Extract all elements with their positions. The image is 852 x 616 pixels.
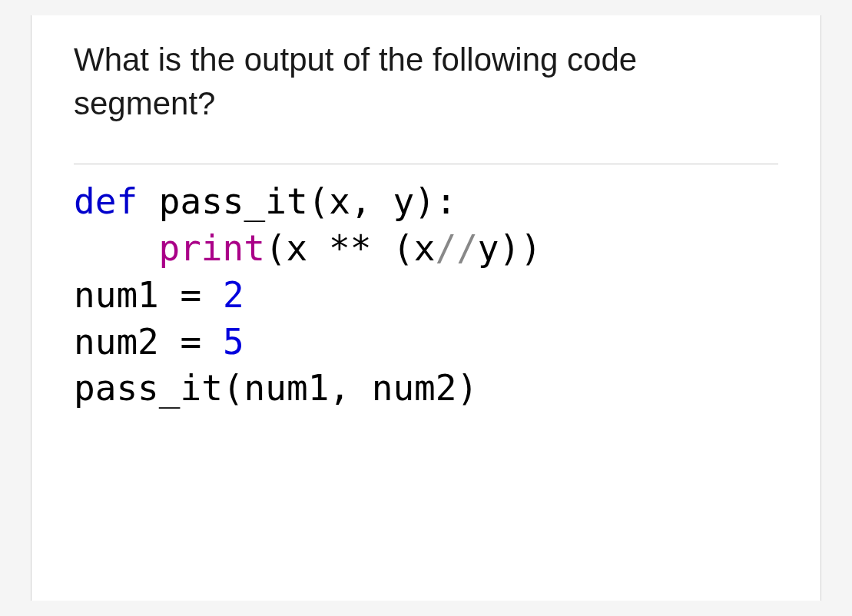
- code-line-2: print(x ** (x//y)): [74, 225, 778, 272]
- code-text: pass_it(x, y):: [138, 180, 456, 222]
- code-line-1: def pass_it(x, y):: [74, 178, 778, 225]
- code-text: num1 =: [74, 274, 223, 316]
- code-text: pass_it(num1, num2): [74, 367, 478, 409]
- code-text: num2 =: [74, 321, 223, 363]
- number-literal: 5: [223, 321, 244, 363]
- code-line-3: num1 = 2: [74, 272, 778, 319]
- code-text: (x ** (x: [265, 227, 436, 269]
- code-text: y)): [478, 227, 542, 269]
- operator-floordiv: //: [435, 227, 477, 269]
- code-line-4: num2 = 5: [74, 319, 778, 366]
- number-literal: 2: [223, 274, 244, 316]
- code-line-5: pass_it(num1, num2): [74, 365, 778, 412]
- keyword-print: print: [158, 227, 264, 269]
- question-card: What is the output of the following code…: [31, 15, 821, 601]
- code-block: def pass_it(x, y): print(x ** (x//y)) nu…: [74, 164, 778, 412]
- keyword-def: def: [74, 180, 138, 222]
- question-prompt: What is the output of the following code…: [74, 38, 778, 125]
